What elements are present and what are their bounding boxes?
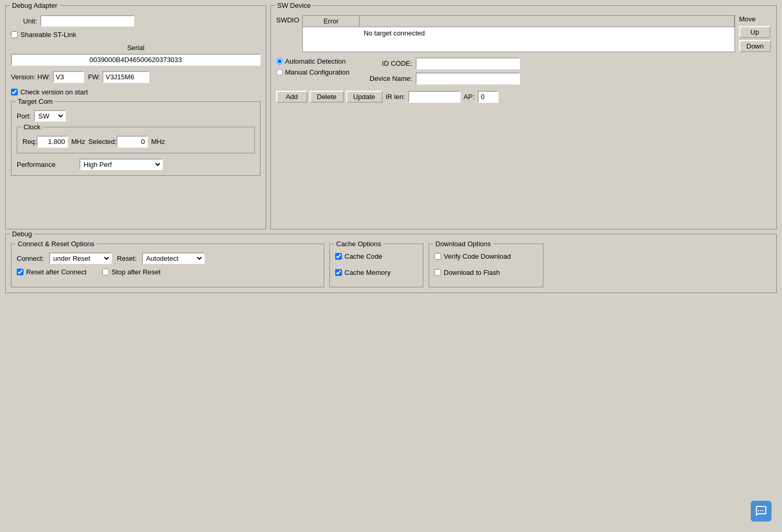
- selected-mhz-label: MHz: [151, 138, 165, 146]
- chat-svg: [755, 505, 767, 517]
- ap-label: AP:: [464, 93, 475, 101]
- sw-table-container: SWDIO Error: [276, 15, 771, 52]
- ap-input[interactable]: [478, 91, 499, 103]
- version-row: Version: HW: FW:: [11, 71, 260, 83]
- port-select[interactable]: SW JTAG: [34, 110, 66, 122]
- download-flash-label: Download to Flash: [444, 269, 500, 276]
- id-code-row: ID CODE:: [360, 57, 520, 69]
- shareable-row: Shareable ST-Link: [11, 31, 260, 39]
- manual-config-label: Manual Configuration: [285, 68, 350, 76]
- ir-len-label: IR len:: [386, 93, 406, 101]
- manual-config-radio[interactable]: [276, 69, 283, 76]
- req-label: Req:: [22, 138, 37, 146]
- req-input[interactable]: [37, 136, 68, 148]
- fw-input[interactable]: [102, 71, 149, 83]
- check-version-label: Check version on start: [20, 88, 88, 96]
- port-label: Port:: [17, 112, 31, 120]
- up-button[interactable]: Up: [739, 26, 771, 38]
- auto-detect-label: Automatic Detection: [285, 57, 346, 65]
- manual-config-row: Manual Configuration: [276, 68, 350, 76]
- selected-input[interactable]: [116, 136, 148, 148]
- chat-icon[interactable]: [751, 501, 772, 522]
- update-button[interactable]: Update: [346, 91, 383, 103]
- fw-label: FW:: [88, 73, 101, 81]
- id-code-input[interactable]: [416, 57, 520, 69]
- auto-detect-radio[interactable]: [276, 58, 283, 65]
- detection-radio-group: Automatic Detection Manual Configuration: [276, 57, 350, 84]
- device-name-input[interactable]: [416, 72, 520, 84]
- perf-select[interactable]: High Perf Normal Low Power: [79, 159, 163, 170]
- table-header-2: [360, 16, 734, 27]
- sw-device-panel: SW Device SWDIO Error: [270, 5, 777, 229]
- serial-label: Serial: [11, 44, 260, 52]
- delete-button[interactable]: Delete: [310, 91, 344, 103]
- add-del-buttons: Add Delete Update: [276, 91, 383, 103]
- download-flash-row: Download to Flash: [434, 269, 538, 276]
- shareable-checkbox[interactable]: [11, 31, 18, 38]
- unit-select[interactable]: ST-LINK/V3: [40, 15, 134, 27]
- stop-after-reset-row: Stop after Reset: [102, 268, 161, 276]
- debug-panel: Debug Connect & Reset Options Connect: u…: [5, 234, 777, 293]
- cache-code-row: Cache Code: [335, 252, 418, 260]
- main-container: Debug Adapter Unit: ST-LINK/V3 Shareable…: [5, 5, 777, 293]
- move-buttons: Move Up Down: [739, 15, 771, 52]
- perf-label: Performance: [17, 161, 79, 168]
- cache-options-title: Cache Options: [334, 240, 383, 248]
- add-button[interactable]: Add: [276, 91, 307, 103]
- connect-label: Connect:: [17, 255, 44, 262]
- cache-code-checkbox[interactable]: [335, 253, 342, 260]
- debug-adapter-title: Debug Adapter: [10, 2, 60, 9]
- cache-options-box: Cache Options Cache Code Cache Memory: [329, 244, 423, 287]
- device-name-row: Device Name:: [360, 72, 520, 84]
- ir-row: IR len: AP:: [386, 91, 499, 103]
- cache-memory-label: Cache Memory: [345, 269, 390, 276]
- req-mhz-label: MHz: [71, 138, 85, 146]
- bottom-section-row: Add Delete Update IR len: AP:: [276, 91, 771, 103]
- table-row: No target connected: [303, 27, 734, 40]
- stop-after-reset-checkbox[interactable]: [102, 269, 109, 275]
- serial-input[interactable]: [11, 54, 260, 66]
- verify-code-row: Verify Code Download: [434, 252, 538, 260]
- ir-len-input[interactable]: [408, 91, 460, 103]
- table-cell-error: [303, 27, 360, 40]
- sw-table: Error No target connected: [302, 15, 735, 52]
- connect-reset-title: Connect & Reset Options: [16, 240, 97, 248]
- cache-memory-checkbox[interactable]: [335, 269, 342, 276]
- hw-input[interactable]: [53, 71, 84, 83]
- reset-select[interactable]: Autodetect Software Hardware: [142, 252, 205, 264]
- debug-adapter-panel: Debug Adapter Unit: ST-LINK/V3 Shareable…: [5, 5, 266, 229]
- cache-memory-row: Cache Memory: [335, 269, 418, 276]
- shareable-label: Shareable ST-Link: [20, 31, 76, 39]
- move-label: Move: [739, 15, 756, 23]
- debug-title: Debug: [10, 230, 34, 238]
- down-button[interactable]: Down: [739, 40, 771, 52]
- connect-reset-box: Connect & Reset Options Connect: under R…: [11, 244, 324, 287]
- unit-label: Unit:: [11, 17, 37, 25]
- port-row: Port: SW JTAG: [17, 110, 255, 122]
- connect-row: Connect: under Reset with Pre-reset Norm…: [17, 252, 318, 264]
- swdio-label: SWDIO: [276, 16, 299, 52]
- cache-code-label: Cache Code: [345, 252, 382, 260]
- id-device-fields: ID CODE: Device Name:: [360, 57, 520, 84]
- serial-group: Serial: [11, 44, 260, 66]
- check-version-checkbox[interactable]: [11, 89, 18, 95]
- version-hw-label: Version: HW:: [11, 73, 51, 81]
- verify-code-checkbox[interactable]: [434, 253, 441, 260]
- table-cell-msg: No target connected: [360, 27, 734, 40]
- verify-code-label: Verify Code Download: [444, 252, 511, 260]
- top-row: Debug Adapter Unit: ST-LINK/V3 Shareable…: [5, 5, 777, 229]
- download-flash-checkbox[interactable]: [434, 269, 441, 276]
- selected-label: Selected:: [88, 138, 116, 146]
- clock-group: Clock Req: MHz Selected: MHz: [17, 127, 255, 153]
- reset-after-connect-label: Reset after Connect: [26, 268, 87, 276]
- reset-after-connect-row: Reset after Connect: [17, 268, 87, 276]
- download-options-title: Download Options: [433, 240, 493, 248]
- check-version-row: Check version on start: [11, 88, 260, 96]
- perf-row: Performance High Perf Normal Low Power: [17, 159, 255, 170]
- reset-checkboxes-row: Reset after Connect Stop after Reset: [17, 268, 318, 281]
- target-com-title: Target Com: [16, 98, 55, 105]
- download-options-box: Download Options Verify Code Download Do…: [429, 244, 543, 287]
- target-com-panel: Target Com Port: SW JTAG Clock: [11, 101, 260, 176]
- connect-select[interactable]: under Reset with Pre-reset Normal Connec…: [49, 252, 112, 264]
- reset-after-connect-checkbox[interactable]: [17, 269, 23, 275]
